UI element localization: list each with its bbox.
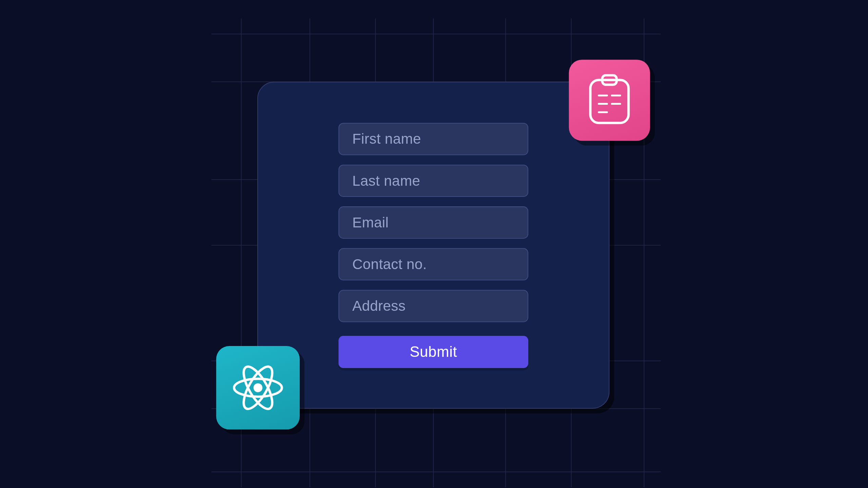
react-tile [216, 346, 300, 429]
clipboard-tile [569, 60, 650, 141]
form: Submit [338, 123, 528, 368]
last-name-field[interactable] [338, 164, 528, 197]
email-field[interactable] [338, 206, 528, 238]
svg-rect-14 [590, 80, 629, 123]
svg-point-24 [254, 383, 262, 392]
address-field[interactable] [338, 290, 528, 322]
contact-field[interactable] [338, 248, 528, 280]
form-card: Submit [257, 82, 609, 408]
clipboard-icon [586, 74, 633, 126]
react-icon [231, 360, 285, 415]
submit-button[interactable]: Submit [338, 336, 528, 368]
first-name-field[interactable] [338, 123, 528, 155]
